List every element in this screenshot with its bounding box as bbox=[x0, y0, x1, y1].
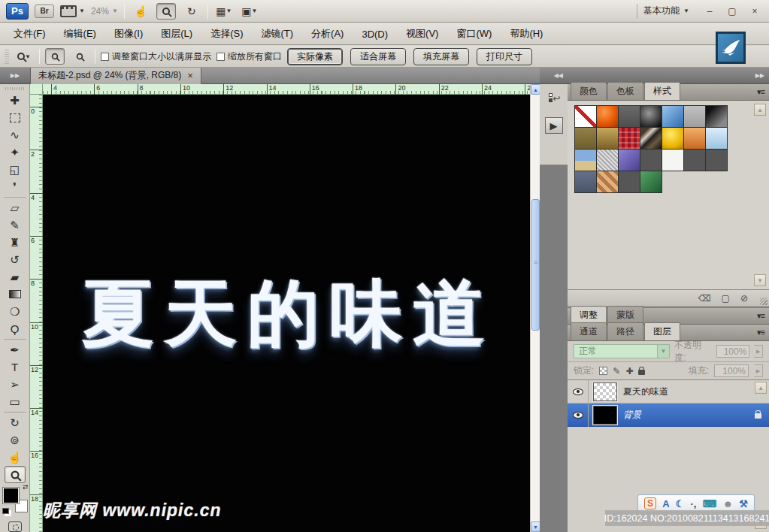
zoom-level-dropdown[interactable]: 24% ▼ bbox=[91, 6, 118, 17]
menu-item-s[interactable]: 选择(S) bbox=[201, 24, 252, 44]
adjustments-masks-tab-2[interactable]: 蒙版 bbox=[607, 306, 643, 324]
swap-colors-icon[interactable]: ⇄ bbox=[23, 483, 29, 491]
type-tool[interactable]: T bbox=[5, 358, 26, 376]
style-orange-peach[interactable] bbox=[683, 127, 706, 150]
quick-mask-button[interactable] bbox=[8, 521, 22, 532]
lock-all-icon[interactable] bbox=[638, 370, 645, 375]
resize-grip[interactable] bbox=[760, 298, 767, 305]
style-orange-glossy[interactable] bbox=[596, 105, 619, 128]
history-brush-tool[interactable]: ↺ bbox=[5, 251, 26, 268]
minimize-button[interactable]: – bbox=[701, 5, 718, 18]
canvas[interactable]: 夏天的味道 昵享网 www.nipic.cn bbox=[43, 95, 530, 532]
tool-preset-button[interactable]: ▼ bbox=[14, 48, 34, 65]
default-colors-icon[interactable] bbox=[2, 508, 9, 514]
zoom-in-button[interactable] bbox=[45, 48, 65, 65]
document-tab[interactable]: 未标题-2.psd @ 24% (背景, RGB/8) × bbox=[30, 68, 201, 84]
resize-windows-checkbox[interactable]: 调整窗口大小以满屏显示 bbox=[101, 50, 211, 63]
canvas-vertical-scrollbar[interactable]: ▲ ▼ bbox=[530, 84, 540, 532]
dodge-tool[interactable]: Ϙ bbox=[5, 320, 26, 337]
menu-item-e[interactable]: 编辑(E) bbox=[55, 24, 105, 44]
eraser-tool[interactable]: ▰ bbox=[5, 268, 26, 286]
options-button[interactable]: 实际像素 bbox=[287, 48, 343, 65]
delete-style-button[interactable]: ⌫ bbox=[698, 293, 711, 304]
style-gray-3[interactable] bbox=[705, 149, 728, 171]
zoom-out-button[interactable] bbox=[70, 48, 89, 65]
style-dark-gradient[interactable] bbox=[705, 105, 728, 128]
hand-tool[interactable]: ☝ bbox=[5, 449, 26, 466]
lock-transparency-icon[interactable] bbox=[599, 367, 607, 375]
style-gray-2[interactable] bbox=[683, 149, 706, 171]
quick-selection-tool[interactable]: ✦ bbox=[5, 144, 26, 161]
skin-person-icon[interactable]: ☻ bbox=[722, 498, 733, 509]
close-button[interactable]: × bbox=[746, 5, 763, 18]
style-silver-noise[interactable] bbox=[596, 149, 619, 171]
style-red-plaid[interactable] bbox=[618, 127, 640, 150]
lock-paint-icon[interactable]: ✎ bbox=[613, 366, 620, 376]
pen-tool[interactable]: ✒ bbox=[5, 341, 26, 358]
shape-tool[interactable]: ▭ bbox=[5, 393, 26, 410]
gradient-tool[interactable] bbox=[5, 286, 26, 303]
style-dark-gray[interactable] bbox=[618, 105, 640, 128]
layer-row[interactable]: 背景 bbox=[568, 404, 769, 427]
menu-item-f[interactable]: 文件(F) bbox=[5, 24, 55, 44]
brush-tool[interactable]: ✎ bbox=[5, 216, 26, 234]
style-yellow-glossy[interactable] bbox=[662, 127, 684, 150]
menu-item-3dd[interactable]: 3D(D) bbox=[353, 26, 397, 43]
menu-item-w[interactable]: 窗口(W) bbox=[447, 24, 501, 44]
style-none[interactable] bbox=[574, 105, 597, 128]
style-white-border[interactable] bbox=[662, 149, 684, 171]
menu-item-i[interactable]: 图像(I) bbox=[105, 24, 152, 44]
style-purple[interactable] bbox=[618, 149, 640, 171]
menu-item-h[interactable]: 帮助(H) bbox=[501, 24, 552, 44]
soft-keyboard-icon[interactable]: ⌨ bbox=[703, 498, 717, 509]
style-gray-4[interactable] bbox=[618, 171, 640, 193]
visibility-cell[interactable] bbox=[568, 404, 589, 427]
launch-bridge-button[interactable]: Br bbox=[35, 5, 54, 18]
layer-thumbnail[interactable] bbox=[593, 382, 617, 401]
blur-tool[interactable]: ❍ bbox=[5, 303, 26, 320]
3d-rotate-tool[interactable]: ↻ bbox=[5, 414, 26, 431]
scroll-down-button[interactable]: ▼ bbox=[754, 274, 766, 286]
menu-item-v[interactable]: 视图(V) bbox=[397, 24, 447, 44]
actions-panel-button[interactable]: ▶ bbox=[545, 117, 563, 134]
sogou-logo-icon[interactable]: S bbox=[644, 497, 656, 509]
channels-paths-layers-tab-3[interactable]: 图层 bbox=[644, 322, 680, 340]
style-olive[interactable] bbox=[574, 127, 597, 150]
style-black-orb[interactable] bbox=[640, 105, 662, 128]
layer-row[interactable]: 夏天的味道 bbox=[568, 380, 769, 404]
foreground-color-swatch[interactable] bbox=[3, 488, 19, 503]
crop-tool[interactable]: ◱ bbox=[5, 161, 26, 178]
view-extras-button[interactable]: ▼ bbox=[60, 5, 85, 17]
options-button[interactable]: 填充屏幕 bbox=[413, 48, 469, 65]
eyedropper-tool[interactable]: ❜ bbox=[5, 178, 26, 195]
adjustments-masks-tab-1[interactable]: 调整 bbox=[571, 306, 607, 324]
history-panel-button[interactable]: ↩ bbox=[545, 90, 563, 107]
style-copper-stripes[interactable] bbox=[596, 171, 619, 193]
fill-field[interactable]: 100% bbox=[714, 364, 749, 377]
vertical-ruler[interactable]: 024681012141618 bbox=[30, 95, 43, 532]
rotate-view-button[interactable]: ↻ bbox=[182, 3, 201, 20]
move-tool[interactable]: ✚ bbox=[5, 92, 26, 109]
zoom-all-windows-checkbox[interactable]: 缩放所有窗口 bbox=[216, 50, 282, 63]
style-gold-brown[interactable] bbox=[596, 127, 619, 150]
zoom-tool[interactable] bbox=[5, 466, 26, 483]
3d-orbit-tool[interactable]: ⊚ bbox=[5, 431, 26, 449]
visibility-cell[interactable] bbox=[568, 380, 589, 404]
channels-paths-layers-tab-1[interactable]: 通道 bbox=[571, 322, 607, 340]
colors-swatches-styles-tab-3[interactable]: 样式 bbox=[644, 82, 680, 100]
panel-menu-icon[interactable]: ▾≡ bbox=[757, 311, 764, 321]
style-green[interactable] bbox=[640, 171, 662, 193]
blend-mode-dropdown[interactable]: 正常 ▼ bbox=[574, 344, 670, 358]
colors-swatches-styles-tab-2[interactable]: 色板 bbox=[607, 82, 643, 100]
lasso-tool[interactable]: ∿ bbox=[5, 126, 26, 144]
clone-stamp-tool[interactable]: ♜ bbox=[5, 234, 26, 251]
workspace-switcher[interactable]: 基本功能 ▼ bbox=[637, 4, 695, 19]
horizontal-ruler[interactable]: 468101214161820222426 bbox=[43, 84, 530, 95]
style-blue-glossy[interactable] bbox=[662, 105, 684, 128]
options-button[interactable]: 打印尺寸 bbox=[477, 48, 532, 65]
language-mode-icon[interactable]: A bbox=[662, 498, 669, 509]
hand-tool-button[interactable]: ☝ bbox=[131, 3, 150, 20]
rect-marquee-tool[interactable] bbox=[5, 109, 26, 126]
path-selection-tool[interactable]: ➢ bbox=[5, 376, 26, 393]
menu-item-t[interactable]: 滤镜(T) bbox=[252, 24, 302, 44]
